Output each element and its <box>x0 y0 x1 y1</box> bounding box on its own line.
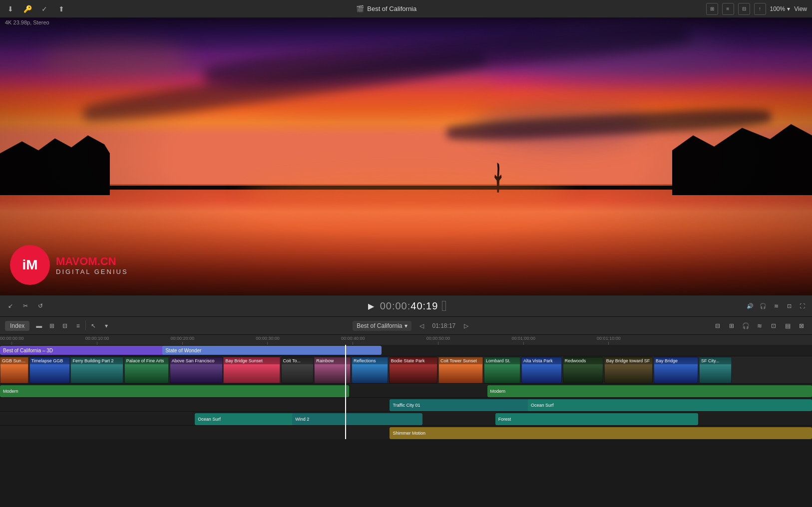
share-icon[interactable]: ⬆ <box>56 3 67 14</box>
clip-thumbnail <box>30 364 69 383</box>
clip-label: Coit Tower Sunset <box>439 357 482 364</box>
share-export-icon[interactable]: ↑ <box>754 3 766 15</box>
filter-icon[interactable]: ≋ <box>754 320 765 331</box>
clip-label: Lombard St. <box>484 357 520 364</box>
fullscreen-icon[interactable]: ⛶ <box>797 301 807 311</box>
audio-row-4: Shimmer Motion <box>0 425 812 439</box>
clip-label: Bodie State Park <box>390 357 437 364</box>
watermark-text: MAVOM.CN DIGITAL GENIUS <box>56 255 128 275</box>
clip-thumbnail <box>0 364 28 383</box>
audio-bar-shimmer: Shimmer Motion <box>390 427 812 439</box>
clip-label: Ferry Building Part 2 <box>71 357 123 364</box>
playback-tool-1[interactable]: ↙ <box>5 300 16 311</box>
timeline-clip[interactable]: Lombard St. <box>484 357 520 383</box>
nav-back-icon[interactable]: ◁ <box>416 320 427 331</box>
audio-bar-ocean-1: Ocean Surf <box>528 399 812 411</box>
audio-bar-ocean-1-label: Ocean Surf <box>531 403 554 408</box>
clip-label: Timelapse GGB <box>30 357 69 364</box>
film-icon: 🎬 <box>356 5 364 12</box>
timeline-clip[interactable]: Redwoods <box>563 357 603 383</box>
timeline-clip[interactable]: Bay Bridge Sunset <box>223 357 280 383</box>
clip-label: Bay Bridge toward SF <box>605 357 653 364</box>
audio-bar-traffic-label: Traffic City 01 <box>393 403 420 408</box>
clip-label: Redwoods <box>563 357 603 364</box>
clip-thumbnail <box>439 364 482 383</box>
volume-icon[interactable]: 🔊 <box>745 301 755 311</box>
timeline-clip[interactable]: Bay Bridge toward SF <box>604 357 653 383</box>
clip-height-icon[interactable]: ≡ <box>72 320 83 331</box>
orange-glow <box>244 172 568 212</box>
watermark-url: MAVOM.CN <box>56 255 128 268</box>
select-tool-icon[interactable]: ↖ <box>88 320 99 331</box>
left-trees <box>0 135 110 195</box>
grid-icon[interactable]: ⊞ <box>706 3 718 15</box>
timeline-clip[interactable]: Palace of Fine Arts <box>124 357 169 383</box>
play-button[interactable]: ▶ <box>366 301 376 311</box>
timeline-view-icons: ▬ ⊞ ⊟ ≡ ↖ ▾ <box>33 320 112 331</box>
audio-bar-wind: Wind 2 <box>292 413 422 425</box>
watermark-overlay: iM MAVOM.CN DIGITAL GENIUS <box>10 245 128 285</box>
clip-label: Palace of Fine Arts <box>125 357 168 364</box>
audio-bar-shimmer-label: Shimmer Motion <box>393 431 425 436</box>
ruler-marks-container: 00:00:00:0000:00:10:0000:00:20:0000:00:3… <box>0 335 812 345</box>
timeline-clip[interactable]: Reflections <box>352 357 388 383</box>
overflow-icon[interactable]: ⊠ <box>796 320 807 331</box>
playback-tool-3[interactable]: ↺ <box>35 300 46 311</box>
timeline-clip[interactable]: GGB Sunset <box>0 357 28 383</box>
ruler-mark: 00:00:30:00 <box>256 336 280 345</box>
layout-icon[interactable]: ⊟ <box>738 3 750 15</box>
zoom-control[interactable]: 100% ▾ <box>770 5 791 12</box>
list-view-icon[interactable]: ⊞ <box>46 320 57 331</box>
timeline-clip[interactable]: Timelapse GGB <box>29 357 70 383</box>
skimming-icon[interactable]: ▤ <box>782 320 793 331</box>
project-selector[interactable]: Best of California ▾ <box>353 321 411 331</box>
project-bar-2: State of Wonder <box>162 346 382 355</box>
zoom-in-icon[interactable]: ⊞ <box>726 320 737 331</box>
audio-row-2: Traffic City 01 Ocean Surf <box>0 397 812 411</box>
headphones-icon[interactable]: 🎧 <box>758 301 768 311</box>
timeline-clip[interactable]: Bay Bridge <box>654 357 698 383</box>
clip-label: Above San Francisco <box>170 357 222 364</box>
timeline-scroll[interactable]: Best of California – 3D State of Wonder … <box>0 345 812 439</box>
list-icon[interactable]: ≡ <box>722 3 734 15</box>
zoom-timeline-icon[interactable]: ⊡ <box>784 301 794 311</box>
audio-icon[interactable]: 🎧 <box>740 320 751 331</box>
index-button[interactable]: Index <box>5 321 29 331</box>
select-tool-chevron[interactable]: ▾ <box>101 320 112 331</box>
timeline-ruler: 00:00:00:0000:00:10:0000:00:20:0000:00:3… <box>0 335 812 345</box>
timeline-clip[interactable]: Coit To... <box>281 357 314 383</box>
zoom-out-icon[interactable]: ⊟ <box>712 320 723 331</box>
playback-tool-2[interactable]: ✂ <box>20 300 31 311</box>
timeline-clip[interactable]: Ferry Building Part 2 <box>70 357 123 383</box>
view-button[interactable]: View <box>794 5 807 12</box>
timeline-clip[interactable]: Coit Tower Sunset <box>438 357 483 383</box>
import-icon[interactable]: ⬇ <box>5 3 16 14</box>
toolbar-right: ⊞ ≡ ⊟ ↑ 100% ▾ View <box>706 3 808 15</box>
audio-bar-modern-2-label: Modern <box>490 389 506 394</box>
timeline-clip[interactable]: Bodie State Park <box>389 357 438 383</box>
snap-icon[interactable]: ⊡ <box>768 320 779 331</box>
audio-bar-ocean-2-label: Ocean Surf <box>198 417 221 422</box>
clip-label: Bay Bridge Sunset <box>224 357 280 364</box>
toolbar-center: 🎬 Best of California <box>73 5 700 12</box>
timecode-main: 40:19 <box>410 300 438 311</box>
playback-center-controls: ▶ 00:00:40:19 <box>366 300 446 312</box>
project-bar-1-label: Best of California – 3D <box>3 348 53 353</box>
clip-thumbnail <box>125 364 168 383</box>
timeline-clip[interactable]: Above San Francisco <box>170 357 223 383</box>
timeline-clip[interactable]: Alta Vista Park <box>521 357 562 383</box>
waveform-icon[interactable]: ≋ <box>771 301 781 311</box>
audio-bar-modern-2: Modern <box>487 385 812 397</box>
angle-view-icon[interactable]: ⊟ <box>59 320 70 331</box>
timeline-clip[interactable]: SF City... <box>699 357 732 383</box>
clip-thumbnail <box>390 364 437 383</box>
clip-view-icon[interactable]: ▬ <box>33 320 44 331</box>
ruler-mark: 00:00:20:00 <box>170 336 194 345</box>
ruler-mark: 00:01:10:00 <box>597 336 621 345</box>
keyword-icon[interactable]: 🔑 <box>22 3 33 14</box>
project-selector-chevron: ▾ <box>405 322 407 329</box>
cloud-1 <box>40 40 190 80</box>
nav-forward-icon[interactable]: ▷ <box>460 320 471 331</box>
clip-thumbnail <box>71 364 123 383</box>
analyze-icon[interactable]: ✓ <box>39 3 50 14</box>
